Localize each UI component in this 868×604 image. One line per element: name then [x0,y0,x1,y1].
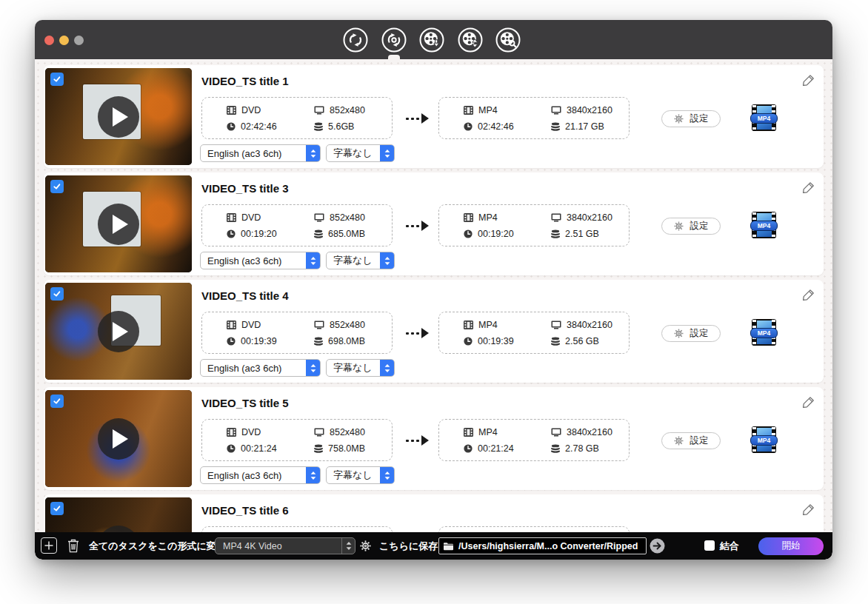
target-format: MP4 [464,105,551,115]
close-button[interactable] [44,36,54,45]
titlebar [35,20,832,59]
play-icon [113,107,128,127]
clock-icon [227,122,236,131]
merge-checkbox[interactable] [704,540,715,551]
edit-icon[interactable] [802,396,815,409]
subtitle-select[interactable]: 字幕なし [326,359,395,377]
edit-icon[interactable] [802,289,815,301]
settings-button[interactable]: 設定 [661,432,721,449]
video-thumbnail[interactable] [45,283,192,380]
display-icon [314,428,324,437]
play-button[interactable] [98,418,139,460]
video-transfer-icon[interactable] [458,27,483,53]
film-icon [227,213,236,222]
film-icon [227,428,236,437]
trash-icon [67,538,80,553]
open-folder-button[interactable] [650,538,665,554]
zoom-button[interactable] [74,36,84,45]
target-resolution: 3840x2160 [551,105,629,115]
target-duration: 00:21:24 [464,443,551,454]
video-convert-icon[interactable] [343,27,368,53]
merge-label: 結合 [720,540,739,553]
source-resolution: 852x480 [314,427,392,437]
play-icon [113,215,128,234]
video-search-icon[interactable] [495,27,521,53]
row-title: VIDEO_TS title 1 [201,75,289,87]
dvd-rip-icon[interactable] [381,27,407,53]
clock-icon [227,337,236,346]
source-resolution: 852x480 [314,105,392,115]
subtitle-select[interactable]: 字幕なし [326,252,395,269]
video-thumbnail[interactable] [45,175,192,272]
target-size: 2.51 GB [551,229,629,239]
select-checkbox[interactable] [50,73,64,86]
convert-arrow-icon [406,435,429,446]
edit-icon[interactable] [802,74,815,87]
delete-task-button[interactable] [65,537,81,554]
select-stepper-icon [380,360,394,376]
active-tab-indicator [388,55,400,59]
settings-button[interactable]: 設定 [661,110,721,127]
audio-track-select[interactable]: English (ac3 6ch) [200,359,321,377]
play-icon [113,322,128,341]
gear-icon [674,221,684,231]
settings-button[interactable]: 設定 [661,218,721,235]
source-duration: 00:21:24 [227,443,314,454]
audio-track-select[interactable]: English (ac3 6ch) [200,144,321,162]
display-icon [551,106,561,115]
task-row: VIDEO_TS title 3 DVD 852x480 00:19:20 68… [44,172,824,275]
select-stepper-icon [380,467,394,483]
add-file-button[interactable] [41,537,57,554]
source-info-box: DVD 852x480 00:19:39 698.0MB [201,312,393,354]
output-format-icon[interactable]: MP4 [752,426,776,453]
video-thumbnail[interactable] [45,390,192,487]
subtitle-select[interactable]: 字幕なし [326,466,395,484]
plus-icon [44,541,53,550]
storage-icon [314,444,323,453]
source-size: 758.0MB [314,443,392,454]
output-format-icon[interactable]: MP4 [752,319,776,346]
minimize-button[interactable] [59,36,69,45]
output-path-field[interactable]: /Users/highsierra/M...o Converter/Ripped [438,537,647,554]
gear-icon [674,436,684,446]
select-stepper-icon [306,145,320,161]
start-button[interactable]: 開始 [758,537,824,555]
select-checkbox[interactable] [50,180,64,193]
display-icon [314,106,324,115]
play-button[interactable] [98,311,139,352]
subtitle-select[interactable]: 字幕なし [326,144,395,162]
settings-button[interactable]: 設定 [661,325,721,342]
storage-icon [551,337,560,346]
video-download-icon[interactable] [419,27,444,53]
display-icon [314,321,324,329]
format-settings-gear-icon[interactable] [360,540,371,551]
row-title: VIDEO_TS title 3 [201,182,289,195]
source-info-box: DVD 852x480 00:19:20 685.0MB [201,204,393,246]
film-icon [464,213,473,222]
mode-toolbar [343,27,521,53]
convert-all-label: 全てのタスクをこの形式に変換 [89,540,226,553]
output-format-select[interactable]: MP4 4K Video [215,537,355,554]
film-icon [464,321,473,329]
select-checkbox[interactable] [50,287,64,301]
edit-icon[interactable] [802,503,815,516]
play-button[interactable] [98,96,139,138]
storage-icon [314,337,323,346]
target-format: MP4 [464,320,551,330]
select-checkbox[interactable] [50,502,64,515]
edit-icon[interactable] [802,181,815,194]
video-thumbnail[interactable] [45,68,192,165]
task-row: VIDEO_TS title 4 DVD 852x480 00:19:39 69… [44,280,824,383]
source-resolution: 852x480 [314,212,392,223]
audio-track-select[interactable]: English (ac3 6ch) [200,466,321,484]
audio-track-select[interactable]: English (ac3 6ch) [200,252,321,269]
display-icon [551,213,561,222]
output-format-icon[interactable]: MP4 [752,212,776,238]
arrow-right-icon [650,538,665,554]
select-checkbox[interactable] [50,395,64,408]
target-format: MP4 [464,427,551,437]
target-resolution: 3840x2160 [551,212,629,223]
play-button[interactable] [98,204,139,245]
output-format-icon[interactable]: MP4 [752,104,776,131]
target-size: 2.56 GB [551,336,629,346]
